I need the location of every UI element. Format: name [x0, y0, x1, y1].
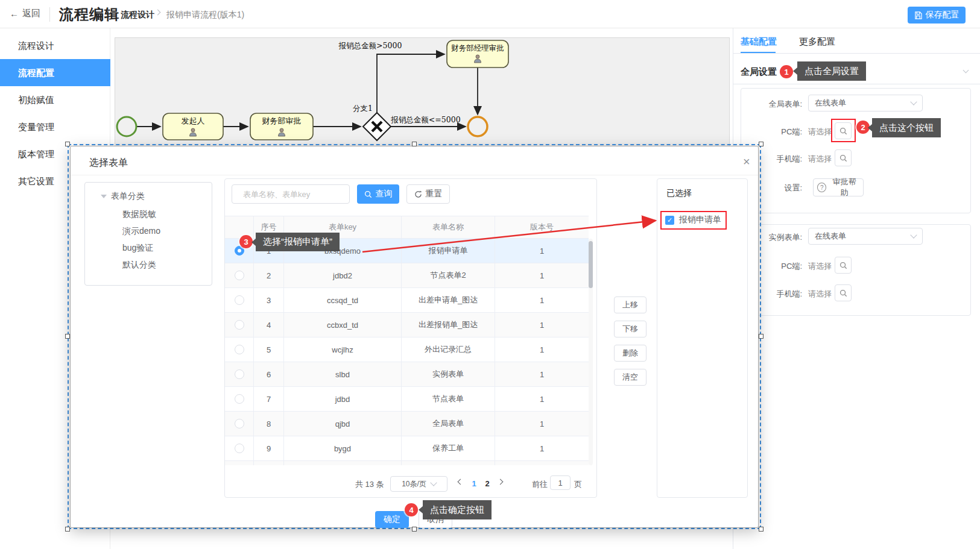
form-table-body: 1 bxsqdemo 报销申请单 1 2 jdbd2 节点表单2 1 3 ccs… — [225, 239, 589, 465]
step-tooltip-3: 选择“报销申请单” — [256, 233, 340, 251]
step-badge-1: 1 — [780, 65, 793, 78]
radio-unselected[interactable] — [235, 320, 244, 330]
app-root: ← 返回 流程编辑 流程设计 报销申请流程(版本1) 保存配置 流程设计 流程配… — [0, 0, 980, 549]
marquee-handle[interactable] — [412, 527, 417, 532]
clear-button[interactable]: 清空 — [614, 369, 646, 386]
marquee-handle[interactable] — [759, 527, 763, 532]
form-search-box — [232, 184, 350, 204]
form-category-tree: 表单分类 数据脱敏 演示demo bug验证 默认分类 — [84, 182, 212, 286]
instance-mobile-placeholder: 请选择 — [808, 289, 832, 300]
table-row[interactable]: 2 jdbd2 节点表单2 1 — [225, 263, 589, 288]
step-badge-4: 4 — [405, 503, 418, 516]
table-row[interactable]: 8 qjbd 全局表单 1 — [225, 412, 589, 436]
tree-node-data-masking[interactable]: 数据脱敏 — [85, 204, 212, 220]
task-node-initiator[interactable]: 发起人 — [163, 113, 223, 140]
tree-node-demo[interactable]: 演示demo — [85, 220, 212, 237]
mobile-form-search-button[interactable] — [835, 149, 852, 166]
caret-down-icon — [101, 195, 107, 198]
table-row[interactable]: 4 ccbxd_td 出差报销单_图达 1 — [225, 313, 589, 337]
table-row[interactable]: 7 jdbd 节点表单 1 — [225, 387, 589, 412]
tree-node-label: 表单分类 — [111, 191, 145, 202]
pc-form-label: PC端: — [736, 127, 802, 137]
section-divider — [733, 84, 980, 84]
form-search-input[interactable] — [242, 189, 350, 199]
search-icon — [364, 190, 372, 198]
instance-form-select[interactable]: 在线表单 — [808, 228, 923, 245]
page-size-select[interactable]: 10条/页 — [390, 476, 447, 492]
pagination-total: 共 13 条 — [355, 479, 384, 490]
radio-unselected[interactable] — [235, 394, 244, 404]
table-row[interactable]: 3 ccsqd_td 出差申请单_图达 1 — [225, 288, 589, 313]
radio-unselected[interactable] — [235, 419, 244, 428]
save-config-label: 保存配置 — [926, 10, 959, 20]
save-config-button[interactable]: 保存配置 — [908, 7, 966, 24]
sidebar-item-process-config[interactable]: 流程配置 — [0, 59, 110, 86]
reset-button[interactable]: 重置 — [406, 184, 450, 204]
table-row[interactable]: 9 bygd 保养工单 1 — [225, 436, 589, 461]
confirm-button[interactable]: 确定 — [375, 511, 409, 528]
task-node-finance-approval[interactable]: 财务部审批 — [250, 113, 313, 140]
step-tooltip-1: 点击全局设置 — [797, 61, 866, 81]
end-event-node[interactable] — [468, 117, 487, 136]
search-icon — [839, 289, 847, 297]
marquee-handle[interactable] — [412, 142, 417, 146]
tab-more-config[interactable]: 更多配置 — [799, 36, 835, 48]
marquee-handle[interactable] — [65, 527, 70, 532]
query-label: 查询 — [376, 189, 393, 199]
pagination-page-2[interactable]: 2 — [482, 479, 492, 488]
tree-node-bug-verify[interactable]: bug验证 — [85, 237, 212, 254]
dialog-close-icon[interactable]: × — [743, 155, 750, 168]
top-header: ← 返回 流程编辑 流程设计 报销申请流程(版本1) 保存配置 — [0, 0, 980, 28]
table-row[interactable]: 6 slbd 实例表单 1 — [225, 362, 589, 387]
chevron-down-icon — [910, 98, 917, 105]
marquee-handle[interactable] — [759, 334, 763, 339]
radio-unselected[interactable] — [235, 444, 244, 453]
task-node-finance-manager-approval[interactable]: 财务部经理审批 — [447, 40, 508, 67]
highlight-rect-pc-search — [831, 119, 856, 142]
bpmn-diagram: 发起人 财务部审批 财务部经理审批 — [115, 37, 730, 145]
tab-basic-config[interactable]: 基础配置 — [741, 36, 777, 48]
marquee-handle[interactable] — [65, 142, 70, 146]
table-row[interactable]: 5 wcjlhz 外出记录汇总 1 — [225, 337, 589, 362]
radio-unselected[interactable] — [235, 369, 244, 379]
tab-divider — [733, 53, 980, 54]
breadcrumb-current: 报销申请流程(版本1) — [166, 10, 244, 20]
global-form-select[interactable]: 在线表单 — [808, 95, 923, 111]
sidebar-item-process-design[interactable]: 流程设计 — [0, 32, 110, 59]
move-up-button[interactable]: 上移 — [614, 296, 646, 313]
header-radio-col — [225, 216, 254, 238]
breadcrumb-section[interactable]: 流程设计 — [121, 10, 154, 20]
header-divider — [49, 7, 50, 22]
back-button[interactable]: ← 返回 — [10, 8, 40, 19]
start-event-node[interactable] — [117, 117, 136, 136]
marquee-handle[interactable] — [759, 142, 763, 146]
tree-node-root[interactable]: 表单分类 — [85, 183, 212, 204]
goto-page-input[interactable] — [550, 475, 571, 490]
save-icon — [914, 11, 922, 19]
sidebar-item-variable-management[interactable]: 变量管理 — [0, 113, 110, 140]
highlight-rect-selected-form — [660, 211, 727, 230]
approval-help-button[interactable]: ? 审批帮助 — [813, 178, 864, 196]
tree-node-default-category[interactable]: 默认分类 — [85, 254, 212, 271]
query-button[interactable]: 查询 — [357, 184, 399, 204]
delete-button[interactable]: 删除 — [614, 345, 646, 362]
pagination-page-1[interactable]: 1 — [469, 479, 479, 488]
marquee-handle[interactable] — [65, 334, 70, 339]
table-scrollbar-thumb[interactable] — [589, 241, 593, 288]
section-title-global-settings[interactable]: 全局设置 — [741, 66, 777, 78]
task-label: 发起人 — [182, 116, 205, 125]
global-form-label: 全局表单: — [736, 99, 802, 110]
breadcrumb-separator-icon — [155, 10, 161, 16]
tree-node-label: 数据脱敏 — [122, 209, 156, 220]
step-badge-3: 3 — [239, 235, 253, 248]
move-down-button[interactable]: 下移 — [614, 321, 646, 337]
table-row[interactable]: 10 bxxxtj 报销信息统计 1 — [225, 461, 589, 465]
step-tooltip-2: 点击这个按钮 — [872, 118, 941, 137]
radio-unselected[interactable] — [235, 345, 244, 354]
instance-pc-search-button[interactable] — [835, 257, 852, 274]
sidebar-item-initial-assignment[interactable]: 初始赋值 — [0, 86, 110, 113]
radio-unselected[interactable] — [235, 295, 244, 305]
gateway-node[interactable] — [363, 113, 391, 140]
instance-mobile-search-button[interactable] — [835, 284, 852, 301]
radio-unselected[interactable] — [235, 271, 244, 280]
